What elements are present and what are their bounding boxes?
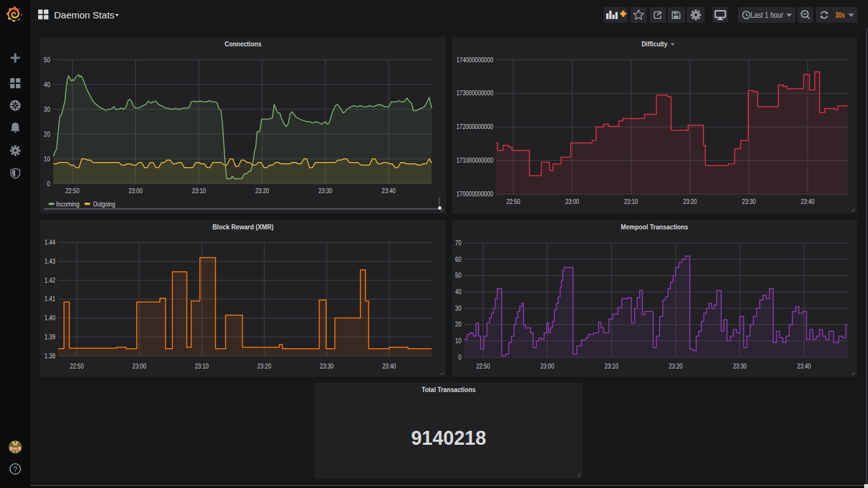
svg-text:10: 10: [44, 155, 50, 163]
svg-text:Total Transactions: Total Transactions: [421, 386, 475, 393]
svg-text:50: 50: [455, 271, 461, 279]
svg-text:0: 0: [458, 353, 461, 361]
svg-text:Difficulty: Difficulty: [642, 40, 668, 48]
svg-text:1.40: 1.40: [44, 314, 55, 322]
svg-text:23:20: 23:20: [255, 187, 269, 194]
svg-text:1.43: 1.43: [44, 257, 55, 265]
svg-text:Incoming: Incoming: [56, 200, 79, 208]
svg-text:0: 0: [47, 180, 50, 187]
svg-text:10: 10: [455, 337, 461, 344]
svg-text:23:00: 23:00: [540, 362, 554, 370]
svg-text:22:50: 22:50: [70, 362, 84, 370]
svg-text:40: 40: [44, 81, 50, 88]
svg-text:23:10: 23:10: [624, 198, 638, 205]
svg-text:30: 30: [44, 105, 50, 113]
svg-text:?: ?: [13, 465, 18, 474]
svg-text:1.39: 1.39: [44, 333, 55, 341]
svg-text:23:30: 23:30: [742, 198, 756, 205]
svg-text:22:50: 22:50: [506, 198, 520, 205]
svg-text:171000000000: 171000000000: [456, 156, 493, 164]
svg-text:170000000000: 170000000000: [456, 190, 493, 198]
svg-text:23:20: 23:20: [257, 362, 271, 370]
svg-text:Outgoing: Outgoing: [93, 200, 116, 208]
svg-text:9140218: 9140218: [411, 427, 486, 449]
svg-text:23:00: 23:00: [129, 187, 143, 194]
svg-text:40: 40: [455, 288, 461, 295]
svg-text:1.41: 1.41: [44, 295, 55, 302]
svg-text:23:10: 23:10: [604, 362, 618, 370]
svg-text:1.38: 1.38: [44, 352, 55, 360]
svg-text:50: 50: [44, 56, 50, 64]
svg-text:23:00: 23:00: [132, 362, 146, 370]
svg-text:23:30: 23:30: [318, 187, 332, 194]
svg-text:23:30: 23:30: [733, 362, 747, 370]
svg-text:23:10: 23:10: [192, 187, 206, 194]
svg-text:22:50: 22:50: [476, 362, 490, 370]
svg-text:23:40: 23:40: [382, 187, 396, 194]
svg-text:23:20: 23:20: [683, 198, 697, 205]
svg-text:23:40: 23:40: [797, 362, 811, 370]
svg-text:20: 20: [44, 130, 50, 138]
svg-text:1.42: 1.42: [44, 276, 55, 284]
svg-text:23:00: 23:00: [566, 198, 580, 205]
svg-text:23:10: 23:10: [195, 362, 209, 370]
svg-text:173000000000: 173000000000: [456, 89, 493, 97]
svg-text:22:50: 22:50: [65, 187, 79, 194]
svg-text:23:20: 23:20: [668, 362, 682, 370]
svg-text:Mempool Transactions: Mempool Transactions: [621, 223, 688, 231]
svg-text:172000000000: 172000000000: [456, 123, 493, 130]
svg-text:30: 30: [455, 304, 461, 312]
svg-text:30s: 30s: [835, 10, 844, 19]
svg-text:23:30: 23:30: [320, 362, 334, 370]
svg-text:60: 60: [455, 255, 461, 263]
svg-text:Last 1 hour: Last 1 hour: [750, 10, 783, 19]
svg-text:174000000000: 174000000000: [456, 56, 493, 64]
svg-text:23:40: 23:40: [383, 362, 397, 370]
svg-text:23:40: 23:40: [801, 198, 815, 205]
svg-text:1.44: 1.44: [44, 238, 55, 246]
svg-text:Block Reward (XMR): Block Reward (XMR): [213, 223, 274, 231]
svg-text:Connections: Connections: [225, 40, 262, 48]
svg-text:70: 70: [455, 239, 461, 247]
svg-text:20: 20: [455, 320, 461, 328]
